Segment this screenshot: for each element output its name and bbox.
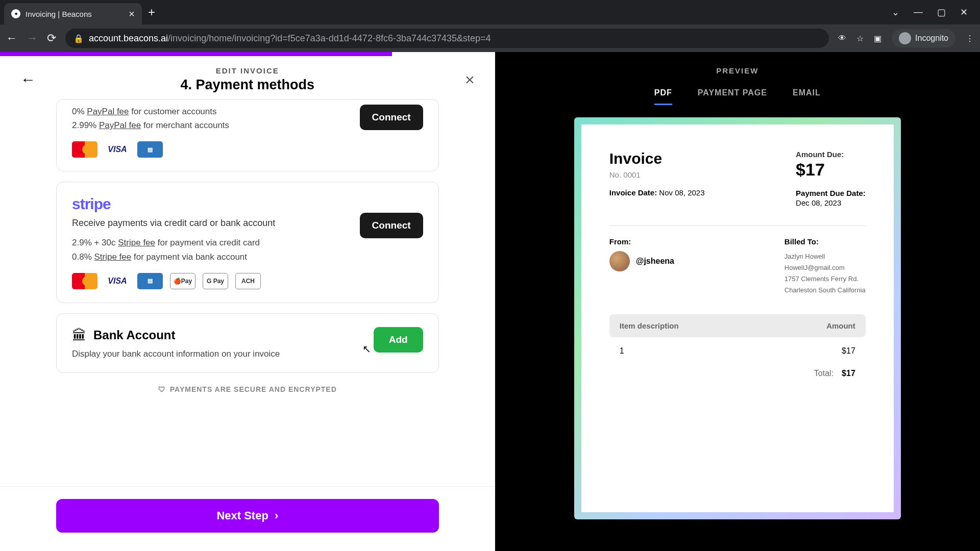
app-viewport: ← EDIT INVOICE 4. Payment methods × 0% P… [0, 52, 980, 551]
payment-due-value: Dec 08, 2023 [796, 198, 866, 207]
methods-scroll-area[interactable]: 0% PayPal fee for customer accounts 2.99… [0, 99, 495, 486]
close-button[interactable]: × [465, 70, 475, 89]
chevron-right-icon: › [275, 509, 278, 522]
stripe-card-icons: VISA ▤ 🍎Pay G Pay ACH [72, 273, 423, 289]
col-amount: Amount [826, 321, 855, 330]
stripe-logo: stripe [72, 195, 423, 213]
progress-bar [0, 52, 392, 56]
bank-add-button[interactable]: Add [374, 327, 423, 353]
browser-chrome: ✦ Invoicing | Beacons × + ⌄ ― ▢ ✕ ← → ⟳ … [0, 0, 980, 52]
visa-icon: VISA [105, 273, 130, 289]
back-button[interactable]: ← [20, 71, 36, 88]
billed-to-label: Billed To: [785, 237, 866, 246]
close-window-icon[interactable]: ✕ [960, 7, 968, 18]
payment-due-label: Payment Due Date: [796, 189, 866, 197]
panel-footer: Next Step › [0, 486, 495, 551]
stripe-desc: Receive payments via credit card or bank… [72, 218, 360, 229]
from-label: From: [609, 237, 674, 246]
preview-panel: PREVIEW PDF PAYMENT PAGE EMAIL Invoice N… [495, 52, 980, 551]
secure-note: 🛡 PAYMENTS ARE SECURE AND ENCRYPTED [56, 385, 439, 393]
bank-icon: 🏛 [72, 327, 86, 344]
step-title: 4. Payment methods [20, 77, 475, 93]
address-bar: ← → ⟳ 🔒 account.beacons.ai/invoicing/hom… [0, 24, 980, 52]
tab-title: Invoicing | Beacons [26, 10, 124, 18]
tab-bar: ✦ Invoicing | Beacons × + ⌄ ― ▢ ✕ [0, 0, 980, 24]
url-bar[interactable]: 🔒 account.beacons.ai/invoicing/home/invo… [65, 29, 829, 48]
visa-icon: VISA [105, 141, 130, 158]
items-table: Item description Amount 1 $17 Total: $17 [609, 314, 866, 382]
from-avatar [609, 251, 630, 271]
invoice-frame: Invoice No. 0001 Invoice Date: Nov 08, 2… [574, 117, 901, 519]
invoice-title: Invoice [609, 150, 705, 167]
star-icon[interactable]: ☆ [856, 34, 864, 43]
incognito-badge[interactable]: Incognito [892, 29, 955, 47]
paypal-fee-link-1[interactable]: PayPal fee [87, 107, 129, 116]
caret-down-icon[interactable]: ⌄ [892, 7, 899, 18]
stripe-card: stripe Receive payments via credit card … [56, 182, 439, 303]
ach-icon: ACH [235, 273, 261, 289]
billed-info: Jazlyn Howell HowellJ@gmail.com 1757 Cle… [785, 251, 866, 296]
stripe-fee-link-2[interactable]: Stripe fee [94, 252, 131, 262]
stripe-fee-line-2: 0.8% Stripe fee for payment via bank acc… [72, 250, 360, 264]
paypal-fee-line-1: 0% PayPal fee for customer accounts [72, 105, 360, 118]
invoice-paper: Invoice No. 0001 Invoice Date: Nov 08, 2… [581, 124, 894, 512]
mastercard-icon [72, 141, 97, 158]
incognito-icon [899, 32, 911, 44]
tab-close-icon[interactable]: × [129, 8, 135, 20]
stripe-fee-line-1: 2.9% + 30c Stripe fee for payment via cr… [72, 236, 360, 249]
from-handle: @jsheena [636, 257, 674, 266]
invoice-date: Invoice Date: Nov 08, 2023 [609, 188, 705, 197]
left-panel: ← EDIT INVOICE 4. Payment methods × 0% P… [0, 52, 495, 551]
total-row: Total: $17 [609, 365, 866, 382]
bank-desc: Display your bank account information on… [72, 349, 374, 359]
amount-due-value: $17 [796, 160, 866, 180]
panel-header: ← EDIT INVOICE 4. Payment methods × [0, 52, 495, 99]
url-text: account.beacons.ai/invoicing/home/invoic… [89, 33, 491, 44]
new-tab-button[interactable]: + [148, 5, 155, 19]
favicon: ✦ [11, 9, 20, 18]
paypal-fee-line-2: 2.99% PayPal fee for merchant accounts [72, 118, 360, 132]
google-pay-icon: G Pay [203, 273, 228, 289]
amex-icon: ▤ [137, 141, 163, 158]
tab-pdf[interactable]: PDF [654, 88, 672, 105]
next-step-button[interactable]: Next Step › [56, 499, 439, 533]
bank-title: Bank Account [93, 328, 175, 342]
paypal-card: 0% PayPal fee for customer accounts 2.99… [56, 99, 439, 171]
addr-right: 👁 ☆ ▣ Incognito ⋮ [838, 29, 974, 47]
eye-off-icon[interactable]: 👁 [838, 34, 846, 43]
stripe-connect-button[interactable]: Connect [360, 213, 423, 238]
menu-icon[interactable]: ⋮ [966, 34, 974, 43]
forward-nav-icon[interactable]: → [27, 32, 38, 45]
paypal-fee-link-2[interactable]: PayPal fee [99, 120, 141, 130]
apple-pay-icon: 🍎Pay [170, 273, 195, 289]
mastercard-icon [72, 273, 97, 289]
stripe-fee-link-1[interactable]: Stripe fee [118, 238, 155, 247]
preview-tabs: PDF PAYMENT PAGE EMAIL [654, 88, 821, 105]
amex-icon: ▤ [137, 273, 163, 289]
window-controls: ⌄ ― ▢ ✕ [892, 7, 976, 18]
lock-icon: 🔒 [74, 34, 84, 43]
paypal-card-icons: VISA ▤ [72, 141, 423, 158]
bank-card: 🏛 Bank Account Display your bank account… [56, 313, 439, 373]
browser-tab[interactable]: ✦ Invoicing | Beacons × [4, 3, 142, 24]
tab-payment-page[interactable]: PAYMENT PAGE [698, 88, 767, 105]
minimize-icon[interactable]: ― [914, 7, 923, 18]
reload-icon[interactable]: ⟳ [47, 32, 56, 45]
maximize-icon[interactable]: ▢ [937, 7, 946, 18]
header-center: EDIT INVOICE 4. Payment methods [20, 66, 475, 93]
back-nav-icon[interactable]: ← [6, 32, 17, 45]
amount-due-label: Amount Due: [796, 150, 866, 159]
col-description: Item description [620, 321, 679, 330]
install-icon[interactable]: ▣ [874, 34, 881, 43]
preview-label: PREVIEW [716, 66, 758, 75]
invoice-number: No. 0001 [609, 170, 705, 179]
paypal-connect-button[interactable]: Connect [360, 105, 423, 130]
shield-icon: 🛡 [158, 385, 166, 393]
tab-email[interactable]: EMAIL [793, 88, 821, 105]
edit-invoice-label: EDIT INVOICE [20, 66, 475, 75]
table-row: 1 $17 [609, 337, 866, 365]
